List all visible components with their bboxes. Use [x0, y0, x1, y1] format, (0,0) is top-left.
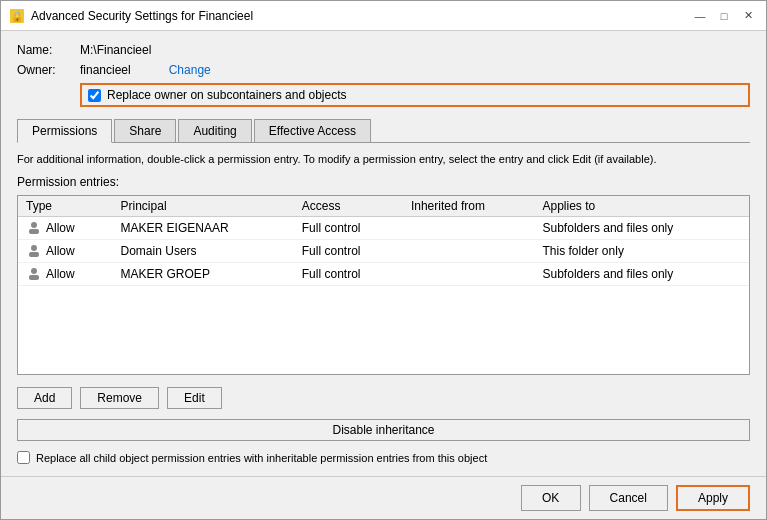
owner-value: financieel — [80, 63, 131, 77]
col-header-type: Type — [18, 196, 113, 217]
change-owner-link[interactable]: Change — [169, 63, 211, 77]
main-content: Name: M:\Financieel Owner: financieel Ch… — [1, 31, 766, 476]
edit-button[interactable]: Edit — [167, 387, 222, 409]
replace-owner-checkbox-container: Replace owner on subcontainers and objec… — [80, 83, 750, 107]
maximize-button[interactable]: □ — [714, 6, 734, 26]
cell-principal: MAKER EIGENAAR — [113, 217, 294, 240]
window-title: Advanced Security Settings for Financiee… — [31, 9, 690, 23]
close-button[interactable]: ✕ — [738, 6, 758, 26]
window-icon: 🔒 — [9, 8, 25, 24]
permission-table-container: Type Principal Access Inherited from App… — [17, 195, 750, 375]
col-header-access: Access — [294, 196, 403, 217]
action-buttons-row: Add Remove Edit — [17, 387, 750, 409]
svg-point-4 — [31, 245, 37, 251]
table-row[interactable]: Allow MAKER GROEPFull controlSubfolders … — [18, 263, 749, 286]
cell-access: Full control — [294, 263, 403, 286]
permission-table: Type Principal Access Inherited from App… — [18, 196, 749, 286]
cell-applies-to: This folder only — [535, 240, 749, 263]
remove-button[interactable]: Remove — [80, 387, 159, 409]
permission-section-label: Permission entries: — [17, 175, 750, 189]
cancel-button[interactable]: Cancel — [589, 485, 668, 511]
footer: OK Cancel Apply — [1, 476, 766, 519]
tab-auditing[interactable]: Auditing — [178, 119, 251, 142]
cell-type: Allow — [18, 240, 113, 263]
main-window: 🔒 Advanced Security Settings for Financi… — [0, 0, 767, 520]
col-header-principal: Principal — [113, 196, 294, 217]
minimize-button[interactable]: — — [690, 6, 710, 26]
svg-rect-7 — [29, 275, 39, 280]
svg-point-2 — [31, 222, 37, 228]
cell-access: Full control — [294, 217, 403, 240]
owner-row: Owner: financieel Change — [17, 63, 750, 77]
name-row: Name: M:\Financieel — [17, 43, 750, 57]
name-value: M:\Financieel — [80, 43, 151, 57]
svg-text:🔒: 🔒 — [11, 10, 24, 23]
svg-rect-3 — [29, 229, 39, 234]
cell-type: Allow — [18, 217, 113, 240]
disable-inheritance-button[interactable]: Disable inheritance — [17, 419, 750, 441]
window-controls: — □ ✕ — [690, 6, 758, 26]
replace-owner-label: Replace owner on subcontainers and objec… — [107, 88, 346, 102]
cell-inherited — [403, 263, 535, 286]
user-icon — [26, 220, 42, 236]
owner-label: Owner: — [17, 63, 72, 77]
cell-principal: MAKER GROEP — [113, 263, 294, 286]
col-header-inherited: Inherited from — [403, 196, 535, 217]
svg-point-6 — [31, 268, 37, 274]
svg-rect-5 — [29, 252, 39, 257]
cell-type: Allow — [18, 263, 113, 286]
cell-principal: Domain Users — [113, 240, 294, 263]
tab-effective-access[interactable]: Effective Access — [254, 119, 371, 142]
table-row[interactable]: Allow Domain UsersFull controlThis folde… — [18, 240, 749, 263]
replace-owner-checkbox[interactable] — [88, 89, 101, 102]
user-icon — [26, 266, 42, 282]
cell-inherited — [403, 240, 535, 263]
user-icon — [26, 243, 42, 259]
apply-button[interactable]: Apply — [676, 485, 750, 511]
replace-child-checkbox-row: Replace all child object permission entr… — [17, 451, 750, 464]
col-header-applies: Applies to — [535, 196, 749, 217]
cell-inherited — [403, 217, 535, 240]
cell-applies-to: Subfolders and files only — [535, 263, 749, 286]
replace-child-label: Replace all child object permission entr… — [36, 452, 487, 464]
name-label: Name: — [17, 43, 72, 57]
cell-applies-to: Subfolders and files only — [535, 217, 749, 240]
title-bar: 🔒 Advanced Security Settings for Financi… — [1, 1, 766, 31]
info-text: For additional information, double-click… — [17, 153, 750, 165]
add-button[interactable]: Add — [17, 387, 72, 409]
table-row[interactable]: Allow MAKER EIGENAARFull controlSubfolde… — [18, 217, 749, 240]
tab-bar: Permissions Share Auditing Effective Acc… — [17, 119, 750, 143]
tab-permissions[interactable]: Permissions — [17, 119, 112, 143]
replace-child-checkbox[interactable] — [17, 451, 30, 464]
cell-access: Full control — [294, 240, 403, 263]
ok-button[interactable]: OK — [521, 485, 581, 511]
tab-share[interactable]: Share — [114, 119, 176, 142]
